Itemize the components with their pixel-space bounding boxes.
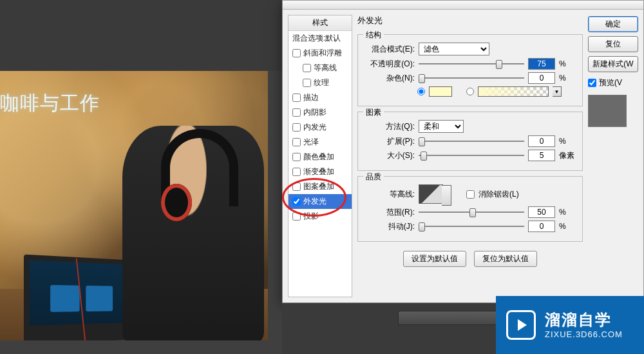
glow-color-gradient-radio[interactable]: [466, 88, 474, 95]
styles-list-header: 样式: [289, 15, 352, 31]
style-check-inner-shadow[interactable]: [292, 108, 301, 117]
style-check-outer-glow[interactable]: [292, 197, 301, 206]
noise-input[interactable]: 0: [528, 72, 555, 84]
spread-label: 扩展(P):: [365, 136, 415, 147]
style-item-outer-glow[interactable]: 外发光: [289, 194, 352, 209]
canvas-photo[interactable]: 咖啡与工作: [0, 71, 268, 340]
contour-picker[interactable]: [419, 184, 443, 204]
style-check-bevel[interactable]: [292, 49, 301, 57]
blend-options-item[interactable]: 混合选项:默认: [289, 31, 352, 46]
blend-mode-select[interactable]: 滤色: [419, 43, 489, 55]
style-label: 等高线: [314, 63, 337, 74]
opacity-unit: %: [559, 59, 576, 68]
style-item-bevel[interactable]: 斜面和浮雕: [289, 46, 352, 61]
style-check-color-overlay[interactable]: [292, 153, 301, 161]
contour-label: 等高线:: [365, 189, 415, 200]
size-slider[interactable]: [419, 150, 524, 161]
technique-label: 方法(Q):: [365, 121, 415, 132]
elements-legend: 图素: [363, 107, 384, 118]
style-item-gradient-overlay[interactable]: 渐变叠加: [289, 164, 352, 179]
glow-color-solid-radio[interactable]: [417, 88, 425, 95]
new-style-button[interactable]: 新建样式(W: [588, 56, 638, 72]
watermark-play-icon: [506, 310, 536, 340]
canvas-text-layer[interactable]: 咖啡与工作: [0, 90, 100, 117]
style-label: 投影: [303, 211, 319, 222]
ok-button[interactable]: 确定: [588, 16, 638, 32]
layer-style-dialog: 样式 混合选项:默认 斜面和浮雕 等高线 纹理 描边 内阴影: [282, 0, 644, 303]
reset-default-button[interactable]: 复位为默认值: [474, 251, 537, 267]
range-label: 范围(R):: [365, 207, 415, 218]
structure-legend: 结构: [363, 30, 384, 41]
opacity-label: 不透明度(O):: [365, 59, 415, 70]
style-item-stroke[interactable]: 描边: [289, 90, 352, 105]
photo-earcup: [161, 184, 192, 221]
spread-input[interactable]: 0: [528, 135, 555, 147]
dialog-right-column: 确定 复位 新建样式(W 预览(V: [588, 15, 638, 297]
blend-mode-label: 混合模式(E):: [365, 44, 415, 55]
opacity-input[interactable]: 75: [528, 58, 555, 70]
style-check-pattern-overlay[interactable]: [292, 182, 301, 191]
styles-list-panel: 样式 混合选项:默认 斜面和浮雕 等高线 纹理 描边 内阴影: [288, 15, 352, 297]
canvas-area: 咖啡与工作: [0, 71, 268, 340]
style-check-satin[interactable]: [292, 138, 301, 146]
glow-gradient-swatch[interactable]: [478, 86, 549, 97]
style-item-color-overlay[interactable]: 颜色叠加: [289, 150, 352, 164]
style-label: 光泽: [303, 137, 319, 148]
jitter-input[interactable]: 0: [528, 221, 555, 232]
style-label: 渐变叠加: [303, 166, 334, 177]
jitter-label: 抖动(J):: [365, 221, 415, 232]
watermark-cn: 溜溜自学: [545, 311, 623, 329]
style-label: 内发光: [303, 122, 327, 133]
noise-slider[interactable]: [419, 72, 524, 84]
glow-color-swatch[interactable]: [429, 86, 452, 97]
style-item-texture[interactable]: 纹理: [289, 75, 352, 90]
style-label: 纹理: [314, 77, 329, 88]
opacity-slider[interactable]: [419, 58, 524, 70]
watermark: 溜溜自学 ZIXUE.3D66.COM: [496, 296, 644, 354]
style-check-drop-shadow[interactable]: [292, 212, 301, 221]
style-item-satin[interactable]: 光泽: [289, 135, 352, 150]
range-unit: %: [559, 208, 576, 217]
jitter-unit: %: [559, 222, 576, 231]
style-label: 内阴影: [303, 107, 327, 118]
size-input[interactable]: 5: [528, 150, 555, 161]
style-check-inner-glow[interactable]: [292, 123, 301, 132]
preview-swatch: [588, 95, 627, 127]
style-label: 描边: [303, 92, 319, 103]
style-check-gradient-overlay[interactable]: [292, 168, 301, 176]
quality-legend: 品质: [363, 172, 384, 182]
technique-select[interactable]: 柔和: [419, 120, 464, 133]
quality-fieldset: 品质 等高线: 消除锯齿(L) 范围(R): 50 %: [357, 176, 583, 242]
size-label: 大小(S):: [365, 150, 415, 161]
style-label: 颜色叠加: [303, 152, 334, 162]
antialias-checkbox[interactable]: [466, 190, 475, 199]
preview-checkbox[interactable]: [588, 79, 596, 87]
gradient-dropdown-icon[interactable]: ▼: [553, 86, 562, 97]
style-item-inner-shadow[interactable]: 内阴影: [289, 105, 352, 120]
settings-panel: 外发光 结构 混合模式(E): 滤色 不透明度(O): 75 %: [357, 15, 583, 297]
range-input[interactable]: 50: [528, 206, 555, 218]
spread-slider[interactable]: [419, 135, 524, 147]
watermark-en: ZIXUE.3D66.COM: [545, 329, 623, 340]
blend-options-label: 混合选项:默认: [292, 33, 341, 44]
noise-unit: %: [559, 74, 576, 83]
dialog-titlebar[interactable]: [283, 1, 643, 10]
style-item-drop-shadow[interactable]: 投影: [289, 209, 352, 224]
range-slider[interactable]: [419, 206, 524, 218]
panel-header: 外发光: [357, 15, 583, 26]
editor-dark-area-top: [0, 0, 282, 71]
jitter-slider[interactable]: [419, 221, 524, 232]
antialias-label: 消除锯齿(L): [478, 189, 519, 200]
size-unit: 像素: [559, 150, 576, 161]
style-item-pattern-overlay[interactable]: 图案叠加: [289, 179, 352, 194]
style-check-texture[interactable]: [303, 79, 311, 87]
style-item-contour[interactable]: 等高线: [289, 61, 352, 75]
style-item-inner-glow[interactable]: 内发光: [289, 120, 352, 135]
make-default-button[interactable]: 设置为默认值: [403, 251, 466, 267]
style-check-contour[interactable]: [303, 64, 311, 72]
cancel-button[interactable]: 复位: [588, 36, 638, 52]
style-check-stroke[interactable]: [292, 93, 301, 102]
style-label: 外发光: [303, 196, 327, 207]
style-label: 斜面和浮雕: [303, 48, 342, 59]
structure-fieldset: 结构 混合模式(E): 滤色 不透明度(O): 75 % 杂色(N):: [357, 34, 583, 106]
